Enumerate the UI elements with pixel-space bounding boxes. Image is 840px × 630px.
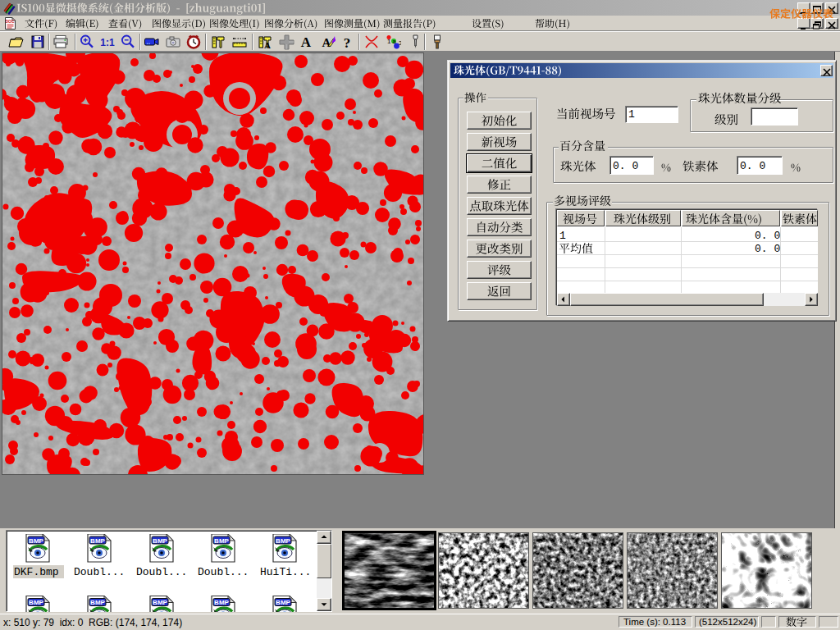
svg-text:A: A bbox=[301, 34, 312, 50]
svg-text:1: 1 bbox=[387, 38, 391, 45]
svg-text:A: A bbox=[322, 36, 331, 49]
svg-text:DOC: DOC bbox=[5, 19, 15, 24]
svg-text:1:1: 1:1 bbox=[100, 37, 115, 48]
svg-text:a: a bbox=[393, 39, 396, 44]
svg-text:?: ? bbox=[344, 35, 351, 51]
svg-text:3: 3 bbox=[399, 39, 401, 47]
svg-text:A: A bbox=[264, 40, 271, 50]
